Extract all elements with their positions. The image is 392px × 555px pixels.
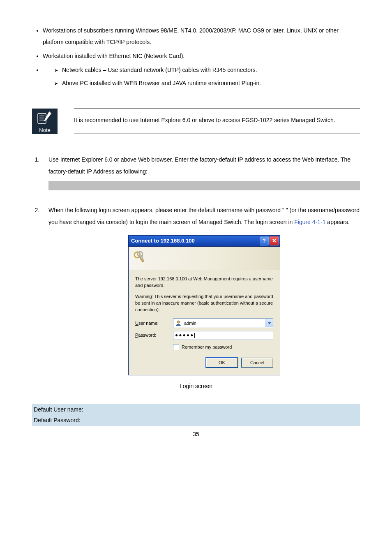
- dialog-titlebar: Connect to 192.168.0.100 ? ✕: [129, 236, 280, 247]
- note-text: It is recommended to use Internet Explor…: [74, 109, 360, 134]
- list-item-empty: Network cables – Use standard network (U…: [43, 64, 360, 89]
- password-label: Password:: [135, 331, 173, 340]
- default-username-row: Default User name:: [34, 405, 358, 415]
- list-item: Workstations of subscribers running Wind…: [43, 25, 360, 48]
- step-2: When the following login screen appears,…: [41, 204, 360, 376]
- figure-reference: Figure 4-1-1: [294, 219, 325, 225]
- default-password-row: Default Password:: [34, 415, 358, 426]
- step-text: When the following login screen appears,…: [48, 207, 244, 213]
- password-input[interactable]: ●●●●●: [173, 331, 273, 340]
- note-icon: Note: [32, 109, 58, 134]
- list-item: Workstation installed with Ethernet NIC …: [43, 50, 360, 62]
- ok-button[interactable]: OK: [206, 358, 238, 368]
- requirements-list: Workstations of subscribers running Wind…: [32, 25, 360, 89]
- remember-checkbox[interactable]: [173, 344, 179, 350]
- dialog-message: The server 192.168.0.100 at Web Manageme…: [135, 276, 273, 289]
- remember-label: Remember my password: [182, 342, 232, 352]
- dialog-warning: Warning: This server is requesting that …: [135, 294, 273, 313]
- username-label: User name:: [135, 319, 173, 328]
- chevron-down-icon: [267, 322, 271, 324]
- sub-requirements-list: Network cables – Use standard network (U…: [54, 64, 360, 89]
- note-callout: Note It is recommended to use Internet E…: [32, 109, 360, 134]
- login-dialog: Connect to 192.168.0.100 ? ✕: [128, 235, 280, 376]
- step-text: with password ": [244, 207, 286, 213]
- svg-rect-0: [38, 113, 46, 123]
- help-button[interactable]: ?: [260, 236, 269, 245]
- dialog-banner: [129, 247, 280, 270]
- list-item: Above PC installed with WEB Browser and …: [54, 77, 360, 89]
- step-text: appears.: [325, 219, 349, 225]
- ip-address-bar: [48, 181, 360, 190]
- page-number: 35: [32, 431, 360, 437]
- user-icon: [175, 320, 182, 326]
- svg-point-9: [177, 321, 180, 323]
- dropdown-button[interactable]: [265, 319, 273, 327]
- keys-icon: [133, 250, 148, 266]
- username-value: admin: [184, 319, 265, 328]
- cancel-button[interactable]: Cancel: [241, 358, 273, 368]
- close-button[interactable]: ✕: [270, 236, 279, 245]
- username-input[interactable]: admin: [173, 318, 273, 328]
- dialog-body: The server 192.168.0.100 at Web Manageme…: [129, 270, 280, 375]
- default-credentials: Default User name: Default Password:: [32, 404, 360, 426]
- step-1: Use Internet Explorer 6.0 or above Web b…: [41, 154, 360, 190]
- figure-caption: Login screen: [32, 383, 360, 389]
- dialog-title: Connect to 192.168.0.100: [131, 235, 259, 246]
- list-item: Network cables – Use standard network (U…: [54, 64, 360, 76]
- note-label: Note: [39, 127, 50, 133]
- step-text: Use Internet Explorer 6.0 or above Web b…: [48, 156, 350, 175]
- steps-list: Use Internet Explorer 6.0 or above Web b…: [32, 154, 360, 375]
